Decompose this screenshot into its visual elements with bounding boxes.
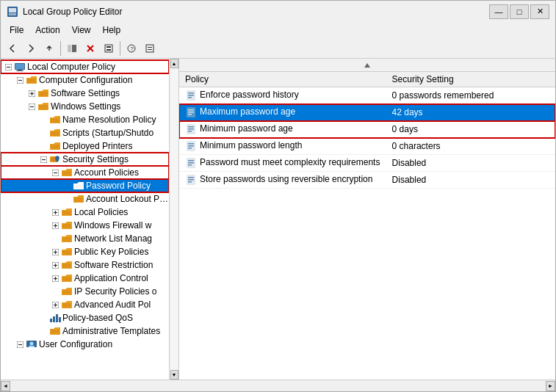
table-row[interactable]: Minimum password age0 days <box>179 121 555 138</box>
menu-file[interactable]: File <box>4 23 29 37</box>
tree-node-lp[interactable]: Local Policies <box>1 206 169 219</box>
forward-button[interactable] <box>22 40 40 57</box>
svg-rect-120 <box>188 181 192 183</box>
svg-rect-107 <box>188 128 194 130</box>
expand-icon-pkp[interactable] <box>49 246 61 258</box>
up-button[interactable] <box>40 40 58 57</box>
scroll-down-arrow[interactable]: ▼ <box>170 370 178 380</box>
help-button[interactable]: ? <box>123 40 140 57</box>
tree-node-ac[interactable]: Application Control <box>1 272 169 285</box>
expand-icon-ips[interactable] <box>49 286 61 297</box>
folder-icon-secsettings <box>49 153 61 165</box>
tree-node-dp[interactable]: Deployed Printers <box>1 139 169 153</box>
svg-rect-56 <box>62 211 71 215</box>
tree-node-nlm[interactable]: Network List Manag <box>1 232 169 245</box>
svg-rect-7 <box>105 45 112 52</box>
minimize-button[interactable]: — <box>489 4 508 19</box>
tree-node-nrp[interactable]: Name Resolution Policy <box>1 113 169 126</box>
expand-icon-dp[interactable] <box>37 140 49 152</box>
tree-node-wf[interactable]: Windows Firewall w <box>1 219 169 232</box>
node-label-nlm: Network List Manag <box>74 233 169 244</box>
folder-icon-nrp <box>49 114 61 126</box>
expand-icon-cc[interactable] <box>14 74 26 86</box>
tree-node-aap[interactable]: Advanced Audit Pol <box>1 298 169 311</box>
extra-button[interactable] <box>141 40 159 57</box>
expand-icon-at[interactable] <box>37 325 49 337</box>
expand-icon-ws[interactable] <box>26 101 37 112</box>
svg-rect-104 <box>188 114 192 115</box>
close-button[interactable]: ✕ <box>530 4 549 19</box>
svg-rect-87 <box>53 316 55 322</box>
tree-node-cc[interactable]: Computer Configuration <box>1 73 169 87</box>
svg-rect-78 <box>62 277 71 281</box>
menu-help[interactable]: Help <box>97 23 127 37</box>
tree-node-at[interactable]: Administrative Templates <box>1 324 169 338</box>
setting-cell-spre: Disabled <box>386 172 555 189</box>
expand-icon-aap[interactable] <box>49 299 61 311</box>
expand-icon-nrp[interactable] <box>37 114 49 126</box>
tree-node-scripts[interactable]: Scripts (Startup/Shutdo <box>1 126 169 139</box>
menu-action[interactable]: Action <box>29 23 65 37</box>
folder-icon-cc <box>26 74 37 86</box>
svg-rect-29 <box>39 92 48 96</box>
scroll-right-arrow[interactable]: ► <box>546 381 555 391</box>
expand-icon-accp[interactable] <box>49 167 61 178</box>
node-label-ss: Software Settings <box>51 88 169 98</box>
tree-node-secsettings[interactable]: Security Settings <box>1 153 169 166</box>
svg-rect-89 <box>59 317 61 322</box>
table-row[interactable]: Minimum password length0 characters <box>179 138 555 155</box>
column-setting[interactable]: Security Setting <box>386 72 555 87</box>
expand-icon-pbq[interactable] <box>37 312 49 324</box>
svg-rect-98 <box>188 92 194 94</box>
show-hide-button[interactable] <box>63 40 81 57</box>
expand-icon-wf[interactable] <box>49 219 61 231</box>
expand-icon-uc[interactable] <box>14 338 26 350</box>
table-row[interactable]: Store passwords using reversible encrypt… <box>179 172 555 189</box>
scroll-left-arrow[interactable]: ◄ <box>1 381 10 391</box>
tree-node-accl[interactable]: Account Lockout Policy <box>1 192 169 206</box>
content-area: Local Computer PolicyComputer Configurat… <box>1 59 555 380</box>
tree-node-lcp[interactable]: Local Computer Policy <box>1 60 169 73</box>
tree-node-pkp[interactable]: Public Key Policies <box>1 245 169 258</box>
policy-cell-mxpa: Maximum password age <box>179 104 386 121</box>
expand-icon-lcp[interactable] <box>2 61 14 73</box>
tree-node-pbq[interactable]: Policy-based QoS <box>1 311 169 324</box>
svg-rect-118 <box>188 177 194 178</box>
svg-rect-8 <box>106 46 111 48</box>
scroll-up-arrow[interactable]: ▲ <box>170 59 178 68</box>
horizontal-scrollbar[interactable]: ◄ ► <box>1 380 555 391</box>
tree-node-accp[interactable]: Account Policies <box>1 166 169 179</box>
expand-icon-pwdp[interactable] <box>61 180 73 192</box>
expand-icon-lp[interactable] <box>49 206 61 218</box>
tree-node-sr[interactable]: Software Restriction <box>1 258 169 272</box>
table-row[interactable]: Password must meet complexity requiremen… <box>179 155 555 172</box>
toolbar: ? <box>0 38 556 59</box>
tree-node-ips[interactable]: IP Security Policies o <box>1 285 169 298</box>
tree-node-pwdp[interactable]: Password Policy <box>1 179 169 192</box>
svg-rect-1 <box>9 8 16 12</box>
expand-icon-secsettings[interactable] <box>37 153 49 165</box>
expand-icon-scripts[interactable] <box>37 127 49 139</box>
expand-icon-accl[interactable] <box>61 193 73 205</box>
policy-cell-mnpa: Minimum password age <box>179 121 386 138</box>
svg-point-95 <box>30 342 34 346</box>
folder-icon-ips <box>61 286 73 297</box>
menu-view[interactable]: View <box>66 23 97 37</box>
expand-icon-ac[interactable] <box>49 272 61 284</box>
svg-text:?: ? <box>131 46 134 52</box>
tree-node-ss[interactable]: Software Settings <box>1 87 169 100</box>
maximize-button[interactable]: □ <box>510 4 529 19</box>
delete-button[interactable] <box>82 40 99 57</box>
expand-icon-sr[interactable] <box>49 259 61 271</box>
expand-icon-ss[interactable] <box>26 87 37 99</box>
back-button[interactable] <box>4 40 21 57</box>
tree-node-ws[interactable]: Windows Settings <box>1 100 169 113</box>
tree-scrollbar[interactable]: ▲ ▼ <box>170 59 179 380</box>
tree-node-uc[interactable]: User Configuration <box>1 338 169 351</box>
properties-button[interactable] <box>100 40 118 57</box>
column-policy[interactable]: Policy <box>179 72 386 87</box>
table-row[interactable]: Maximum password age42 days <box>179 104 555 121</box>
expand-icon-nlm[interactable] <box>49 233 61 244</box>
window-controls: — □ ✕ <box>489 4 549 19</box>
table-row[interactable]: Enforce password history0 passwords reme… <box>179 87 555 104</box>
